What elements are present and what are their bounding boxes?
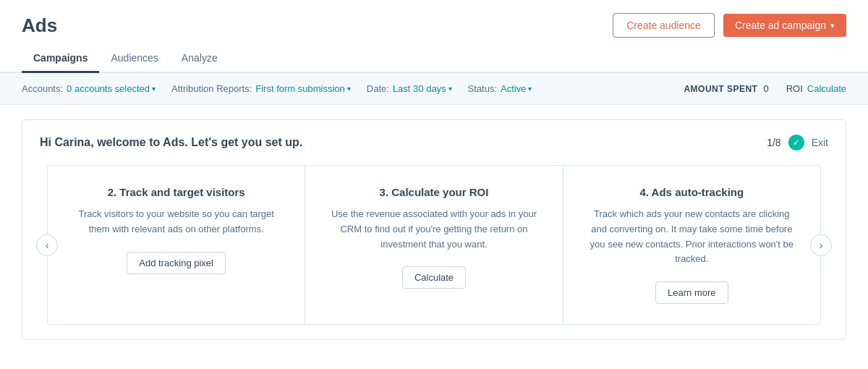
attribution-value: First form submission bbox=[255, 83, 345, 94]
attribution-dropdown[interactable]: First form submission ▾ bbox=[255, 83, 351, 94]
step-4-title: 4. Ads auto-tracking bbox=[640, 186, 744, 198]
page-title: Ads bbox=[22, 14, 57, 37]
filter-right: AMOUNT SPENT 0 ROI Calculate bbox=[684, 83, 846, 94]
prev-step-button[interactable]: ‹ bbox=[36, 234, 58, 256]
roi-group: ROI Calculate bbox=[786, 83, 846, 94]
accounts-value: 0 accounts selected bbox=[67, 83, 150, 94]
progress-text: 1/8 bbox=[767, 137, 780, 148]
chevron-right-icon: › bbox=[820, 239, 823, 251]
create-audience-button[interactable]: Create audience bbox=[613, 13, 715, 38]
attribution-dropdown-icon: ▾ bbox=[347, 85, 351, 93]
accounts-dropdown-icon: ▾ bbox=[152, 85, 156, 93]
attribution-label: Attribution Reports: bbox=[171, 83, 252, 94]
date-label: Date: bbox=[367, 83, 389, 94]
create-campaign-label: Create ad campaign bbox=[735, 20, 826, 31]
accounts-label: Accounts: bbox=[22, 83, 63, 94]
step-2-description: Track visitors to your website so you ca… bbox=[69, 207, 283, 237]
date-dropdown-icon: ▾ bbox=[448, 85, 452, 93]
progress-check-icon: ✓ bbox=[788, 135, 804, 150]
exit-link[interactable]: Exit bbox=[812, 137, 828, 148]
main-content: Hi Carina, welcome to Ads. Let's get you… bbox=[0, 105, 868, 355]
chevron-left-icon: ‹ bbox=[46, 239, 49, 251]
step-2-title: 2. Track and target visitors bbox=[108, 186, 245, 198]
steps-wrapper: ‹ 2. Track and target visitors Track vis… bbox=[47, 165, 821, 325]
tab-analyze[interactable]: Analyze bbox=[170, 45, 229, 73]
step-4-description: Track which ads your new contacts are cl… bbox=[585, 207, 799, 267]
amount-spent-value: 0 bbox=[763, 83, 768, 94]
amount-spent-label: AMOUNT SPENT bbox=[684, 84, 757, 94]
campaign-chevron-icon: ▾ bbox=[830, 21, 835, 30]
next-step-button[interactable]: › bbox=[810, 234, 832, 256]
learn-more-button[interactable]: Learn more bbox=[655, 281, 728, 304]
welcome-card: Hi Carina, welcome to Ads. Let's get you… bbox=[22, 119, 846, 340]
amount-spent-group: AMOUNT SPENT 0 bbox=[684, 83, 768, 94]
date-filter: Date: Last 30 days ▾ bbox=[367, 83, 452, 94]
roi-calculate-link[interactable]: Calculate bbox=[807, 83, 846, 94]
date-value: Last 30 days bbox=[393, 83, 446, 94]
status-label: Status: bbox=[468, 83, 497, 94]
step-card-3: 3. Calculate your ROI Use the revenue as… bbox=[305, 166, 563, 324]
welcome-title: Hi Carina, welcome to Ads. Let's get you… bbox=[40, 136, 302, 149]
filter-bar: Accounts: 0 accounts selected ▾ Attribut… bbox=[0, 73, 868, 105]
step-3-description: Use the revenue associated with your ads… bbox=[327, 207, 540, 252]
header-buttons: Create audience Create ad campaign ▾ bbox=[613, 13, 846, 38]
attribution-filter: Attribution Reports: First form submissi… bbox=[171, 83, 351, 94]
status-filter: Status: Active ▾ bbox=[468, 83, 532, 94]
step-3-title: 3. Calculate your ROI bbox=[380, 186, 489, 198]
tab-campaigns[interactable]: Campaigns bbox=[22, 45, 99, 73]
step-card-2: 2. Track and target visitors Track visit… bbox=[48, 166, 305, 324]
welcome-progress: 1/8 ✓ Exit bbox=[767, 135, 828, 150]
step-card-4: 4. Ads auto-tracking Track which ads you… bbox=[563, 166, 820, 324]
date-dropdown[interactable]: Last 30 days ▾ bbox=[393, 83, 452, 94]
page-header: Ads Create audience Create ad campaign ▾ bbox=[0, 0, 868, 45]
welcome-header: Hi Carina, welcome to Ads. Let's get you… bbox=[40, 135, 828, 150]
steps-container: 2. Track and target visitors Track visit… bbox=[47, 165, 821, 325]
calculate-roi-button[interactable]: Calculate bbox=[402, 266, 466, 289]
add-tracking-pixel-button[interactable]: Add tracking pixel bbox=[127, 252, 226, 274]
status-dropdown[interactable]: Active ▾ bbox=[501, 83, 532, 94]
create-campaign-button[interactable]: Create ad campaign ▾ bbox=[723, 14, 846, 37]
accounts-dropdown[interactable]: 0 accounts selected ▾ bbox=[67, 83, 156, 94]
roi-label: ROI bbox=[786, 83, 803, 94]
status-value: Active bbox=[501, 83, 526, 94]
accounts-filter: Accounts: 0 accounts selected ▾ bbox=[22, 83, 156, 94]
status-dropdown-icon: ▾ bbox=[528, 85, 532, 93]
tab-audiences[interactable]: Audiences bbox=[99, 45, 169, 73]
tabs-bar: Campaigns Audiences Analyze bbox=[0, 45, 868, 73]
